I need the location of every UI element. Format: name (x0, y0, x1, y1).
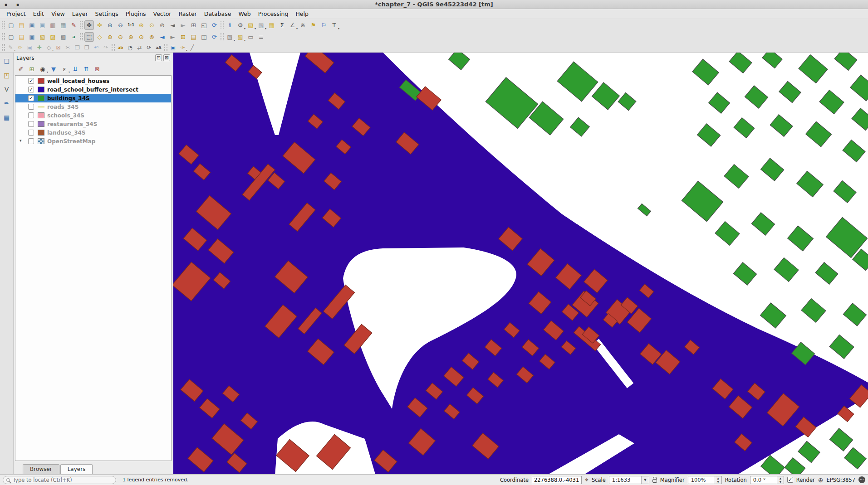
new-spatial-bookmark-icon[interactable]: ⚑ (309, 20, 318, 30)
select-by-value-icon[interactable]: ▧▾ (235, 32, 245, 42)
remove-layer-icon[interactable]: ⊠ (92, 64, 102, 73)
tab-browser[interactable]: Browser (23, 464, 59, 474)
menu-vector[interactable]: Vector (150, 10, 175, 18)
data-source-manager-icon[interactable]: ▤ (17, 32, 26, 42)
panel-layer-styling-icon[interactable]: ❏ (2, 56, 12, 66)
toolbar-handle[interactable] (2, 21, 5, 29)
zoom-out-icon[interactable]: ⊖ (116, 20, 125, 30)
rotation-spinbox[interactable]: 0.0 ° ▲ ▼ (750, 476, 784, 484)
menu-processing[interactable]: Processing (255, 10, 292, 18)
expand-all-icon[interactable]: ⇊ (70, 64, 80, 73)
save-edits-icon[interactable]: ▣ (25, 44, 34, 52)
field-calculator-icon[interactable]: ≡ (256, 32, 266, 42)
new-map-view-icon[interactable]: ⊞ (189, 20, 198, 30)
scale-dropdown-icon[interactable]: ▼ (641, 476, 649, 484)
new-project-icon[interactable]: ▢ (6, 20, 16, 30)
layer-checkbox[interactable] (28, 121, 34, 127)
coordinate-input[interactable] (532, 476, 582, 484)
delete-selected-icon[interactable]: ⊠ (54, 44, 63, 52)
toolbar-handle[interactable] (80, 33, 83, 40)
add-raster-layer-icon[interactable]: ▨ (48, 32, 58, 42)
dropdown-caret-icon[interactable]: ▾ (255, 27, 256, 30)
open-layer-styling-icon[interactable]: ✐ (16, 64, 26, 73)
redo-icon[interactable]: ↷ (102, 44, 110, 52)
layer-item-roads_34S[interactable]: roads_34S (15, 102, 171, 111)
panel-processing-icon[interactable]: ▦ (2, 112, 12, 122)
extent-toggle-icon[interactable]: ⌖ (585, 476, 588, 484)
layer-checkbox[interactable] (28, 104, 34, 110)
pan-map-icon[interactable]: ✜ (84, 20, 94, 30)
show-bookmarks-icon[interactable]: ⚐ (319, 20, 329, 30)
statistical-summary-icon[interactable]: Σ (277, 20, 287, 30)
vertex-tool-icon[interactable]: ◇▾ (44, 44, 53, 52)
temporal-controller-icon[interactable]: ◫ (199, 32, 209, 42)
add-feature-icon[interactable]: ✚ (35, 44, 44, 52)
save-project-as-icon[interactable]: ▣ (38, 20, 47, 30)
panel-close-icon[interactable]: ⊠ (163, 54, 170, 61)
select-by-rectangle-icon[interactable]: ⬚ (84, 32, 94, 42)
menu-layer[interactable]: Layer (69, 10, 92, 18)
menu-web[interactable]: Web (235, 10, 254, 18)
zoom-native-icon[interactable]: 1:1 (126, 20, 136, 30)
menu-view[interactable]: View (48, 10, 69, 18)
refresh-map-alt-icon[interactable]: ⟳ (210, 32, 219, 42)
panel-advanced-digitizing-icon[interactable]: V (2, 84, 12, 94)
scale-combo[interactable]: 1:1633 ▼ (609, 476, 649, 484)
layer-item-road_school_buffers_intersect[interactable]: ✓road_school_buffers_intersect (15, 85, 171, 94)
zoom-next-alt-icon[interactable]: ► (168, 32, 177, 42)
menu-plugins[interactable]: Plugins (122, 10, 150, 18)
save-project-icon[interactable]: ▣ (27, 20, 37, 30)
undo-icon[interactable]: ↶ (92, 44, 101, 52)
layer-item-landuse_34S[interactable]: landuse_34S (15, 128, 171, 137)
panel-gps-quill-icon[interactable]: ✒ (2, 98, 12, 108)
layer-checkbox[interactable]: ✓ (28, 78, 34, 84)
zoom-full-alt-icon[interactable]: ⊛ (126, 32, 136, 42)
collapse-all-icon[interactable]: ⇈ (81, 64, 91, 73)
bookmark-manager-icon[interactable]: ▤ (189, 32, 198, 42)
menu-raster[interactable]: Raster (175, 10, 200, 18)
panel-float-icon[interactable]: ⊡ (155, 54, 162, 61)
style-manager-icon[interactable]: ✎ (69, 20, 78, 30)
toolbar-handle[interactable] (221, 21, 224, 29)
zoom-to-selection-icon[interactable]: ⊙ (147, 20, 157, 30)
zoom-to-layer-icon[interactable]: ⊚ (157, 20, 167, 30)
current-edits-icon[interactable]: ✎▾ (6, 44, 15, 52)
dropdown-caret-icon[interactable]: ▾ (52, 48, 54, 52)
new-virtual-layer-icon[interactable]: ▩ (59, 32, 68, 42)
toolbar-handle[interactable] (2, 33, 5, 40)
measure-icon[interactable]: ∠▾ (288, 20, 297, 30)
open-project-icon[interactable]: ▤ (17, 20, 26, 30)
layer-labeling-options-icon[interactable]: ab (116, 44, 125, 52)
open-attribute-table-icon[interactable]: ▦ (267, 20, 276, 30)
select-by-polygon-icon[interactable]: ◇ (95, 32, 104, 42)
crs-globe-icon[interactable]: ⊕ (818, 476, 824, 484)
render-checkbox[interactable]: ✓ (787, 477, 793, 483)
new-3d-map-view-icon[interactable]: ◱ (199, 20, 209, 30)
zoom-last-alt-icon[interactable]: ◄ (157, 32, 167, 42)
new-bookmark-icon[interactable]: ⊞ (178, 32, 188, 42)
save-layer-edits-icon[interactable]: ▣ (27, 32, 37, 42)
zoom-to-selection-alt-icon[interactable]: ⊙ (137, 32, 146, 42)
dropdown-caret-icon[interactable]: ▾ (47, 70, 48, 73)
dropdown-caret-icon[interactable]: ▾ (244, 27, 245, 30)
filter-legend-icon[interactable]: ▼ (49, 64, 59, 73)
layer-diagram-icon[interactable]: ◔ (126, 44, 134, 52)
zoom-next-icon[interactable]: ► (178, 20, 188, 30)
dropdown-caret-icon[interactable]: ▾ (186, 48, 187, 52)
layer-checkbox[interactable]: ✓ (28, 87, 34, 92)
zoom-full-icon[interactable]: ⊛ (137, 20, 146, 30)
layer-checkbox[interactable]: ✓ (28, 95, 34, 101)
layer-checkbox[interactable] (28, 130, 34, 136)
identify-features-icon[interactable]: ℹ (225, 20, 235, 30)
new-map-layer-icon[interactable]: ▢ (6, 32, 16, 42)
paste-features-icon[interactable]: ❒ (83, 44, 91, 52)
rotation-down-icon[interactable]: ▼ (777, 480, 784, 484)
toolbar-handle[interactable] (221, 33, 224, 40)
toolbar-handle[interactable] (2, 44, 5, 51)
map-canvas[interactable] (173, 53, 868, 474)
layer-checkbox[interactable] (28, 112, 34, 118)
menu-help[interactable]: Help (292, 10, 312, 18)
toggle-editing-icon[interactable]: ✏ (16, 44, 25, 52)
rotation-up-icon[interactable]: ▲ (777, 476, 784, 480)
new-annotation-icon[interactable]: ✑▾ (178, 44, 187, 52)
